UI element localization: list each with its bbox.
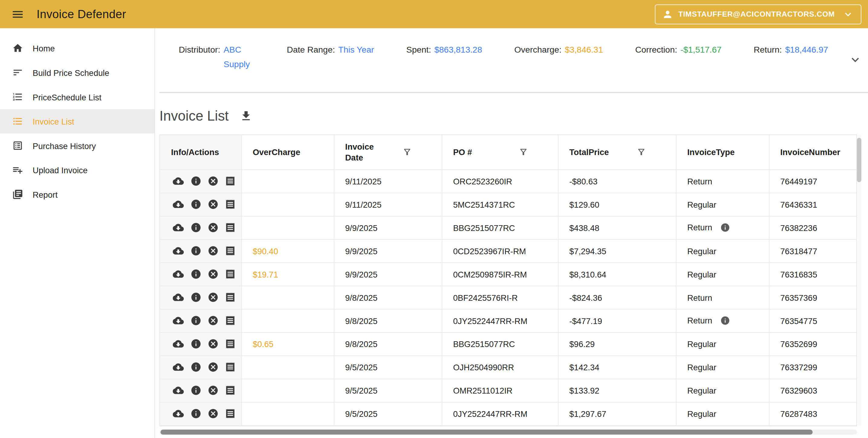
summary-label: Date Range: (287, 43, 335, 71)
receipt-button[interactable] (223, 174, 238, 188)
cancel-button[interactable] (206, 383, 220, 398)
filter-button[interactable] (636, 148, 646, 157)
vertical-scrollbar[interactable] (857, 134, 861, 426)
app-window: Invoice Defender TIMSTAUFFER@ACICONTRACT… (0, 0, 868, 438)
sidebar-item-label: Purchase History (33, 141, 96, 150)
summary-expand-button[interactable] (848, 53, 863, 69)
cloud-download-button[interactable] (171, 313, 186, 328)
total-price-cell: $1,297.67 (558, 402, 676, 425)
filter-button[interactable] (518, 148, 528, 157)
receipt-button[interactable] (223, 406, 238, 421)
cloud-download-icon (173, 315, 184, 326)
summary-value[interactable]: $18,446.97 (785, 43, 828, 71)
sidebar-item-purchase-history[interactable]: Purchase History (0, 133, 154, 158)
cancel-button[interactable] (206, 360, 220, 375)
receipt-button[interactable] (223, 290, 238, 305)
cancel-button[interactable] (206, 406, 220, 421)
receipt-button[interactable] (223, 267, 238, 281)
info-icon (190, 385, 201, 396)
cloud-download-button[interactable] (171, 267, 186, 281)
info-button[interactable] (188, 267, 203, 281)
cloud-download-button[interactable] (171, 197, 186, 212)
info-button[interactable] (188, 406, 203, 421)
sidebar-item-report[interactable]: Report (0, 182, 154, 207)
actions-cell (160, 286, 241, 309)
receipt-button[interactable] (223, 220, 238, 235)
vertical-scrollbar-thumb[interactable] (857, 138, 861, 182)
info-button[interactable] (188, 243, 203, 258)
summary-value[interactable]: ABC Supply (224, 43, 255, 71)
overcharge-cell (242, 169, 334, 192)
invoice-date-cell: 9/8/2025 (334, 309, 441, 332)
receipt-icon (225, 362, 236, 373)
receipt-button[interactable] (223, 337, 238, 351)
sidebar-item-build-price-schedule[interactable]: Build Price Schedule (0, 60, 154, 85)
cloud-download-button[interactable] (171, 337, 186, 351)
cancel-button[interactable] (206, 313, 220, 328)
cloud-download-button[interactable] (171, 406, 186, 421)
column-header-overcharge[interactable]: OverCharge (242, 135, 334, 169)
info-badge-icon[interactable] (720, 316, 730, 325)
column-header-totalprice[interactable]: TotalPrice (558, 135, 676, 169)
info-button[interactable] (188, 360, 203, 375)
horizontal-scrollbar-thumb[interactable] (160, 429, 813, 434)
filter-button[interactable] (402, 148, 412, 157)
receipt-icon (225, 292, 236, 303)
cloud-download-button[interactable] (171, 243, 186, 258)
info-badge-icon[interactable] (720, 222, 730, 232)
invoice-type-cell: Return (676, 286, 769, 309)
info-button[interactable] (188, 220, 203, 235)
horizontal-scrollbar[interactable] (160, 429, 857, 434)
receipt-button[interactable] (223, 313, 238, 328)
info-button[interactable] (188, 197, 203, 212)
cancel-button[interactable] (206, 337, 220, 351)
menu-button[interactable] (7, 3, 29, 25)
cancel-icon (208, 338, 219, 349)
sidebar-item-priceschedule-list[interactable]: PriceSchedule List (0, 85, 154, 109)
topbar: Invoice Defender TIMSTAUFFER@ACICONTRACT… (0, 0, 868, 28)
column-header-invoicenumber[interactable]: InvoiceNumber (769, 135, 856, 169)
info-button[interactable] (188, 290, 203, 305)
sidebar-item-label: PriceSchedule List (33, 92, 101, 101)
invoice-row: $19.719/9/20250CM2509875IR-RM$8,310.64Re… (160, 262, 856, 286)
info-button[interactable] (188, 313, 203, 328)
info-button[interactable] (188, 174, 203, 188)
actions-cell (160, 379, 241, 402)
sidebar-item-invoice-list[interactable]: Invoice List (0, 109, 154, 134)
actions-cell (160, 402, 241, 425)
invoice-number-cell: 76354775 (769, 309, 856, 332)
column-header-invoicetype[interactable]: InvoiceType (676, 135, 769, 169)
cancel-button[interactable] (206, 197, 220, 212)
export-download-button[interactable] (240, 110, 252, 122)
column-header-po[interactable]: PO # (442, 135, 558, 169)
sidebar-item-home[interactable]: Home (0, 36, 154, 60)
summary-value[interactable]: This Year (338, 43, 374, 71)
sidebar-item-upload-invoice[interactable]: Upload Invoice (0, 158, 154, 182)
po-number-cell: 0BF2425576RI-R (442, 286, 558, 309)
cancel-button[interactable] (206, 267, 220, 281)
column-header-info-actions[interactable]: Info/Actions (160, 135, 241, 169)
receipt-button[interactable] (223, 360, 238, 375)
user-account-button[interactable]: TIMSTAUFFER@ACICONTRACTORS.COM (655, 4, 861, 24)
summary-return: Return:$18,446.97 (754, 43, 828, 71)
receipt-button[interactable] (223, 243, 238, 258)
invoice-number-cell: 76357369 (769, 286, 856, 309)
column-header-invoice-date[interactable]: Invoice Date (334, 135, 441, 169)
cancel-button[interactable] (206, 220, 220, 235)
summary-value[interactable]: $863,813.28 (434, 43, 482, 71)
cloud-download-button[interactable] (171, 290, 186, 305)
cancel-button[interactable] (206, 290, 220, 305)
invoice-type-cell: Regular (676, 379, 769, 402)
actions-cell (160, 355, 241, 379)
cloud-download-button[interactable] (171, 174, 186, 188)
actions-cell (160, 192, 241, 216)
info-button[interactable] (188, 383, 203, 398)
cloud-download-button[interactable] (171, 220, 186, 235)
receipt-button[interactable] (223, 197, 238, 212)
cloud-download-button[interactable] (171, 360, 186, 375)
cloud-download-button[interactable] (171, 383, 186, 398)
info-button[interactable] (188, 337, 203, 351)
receipt-button[interactable] (223, 383, 238, 398)
cancel-button[interactable] (206, 243, 220, 258)
cancel-button[interactable] (206, 174, 220, 188)
